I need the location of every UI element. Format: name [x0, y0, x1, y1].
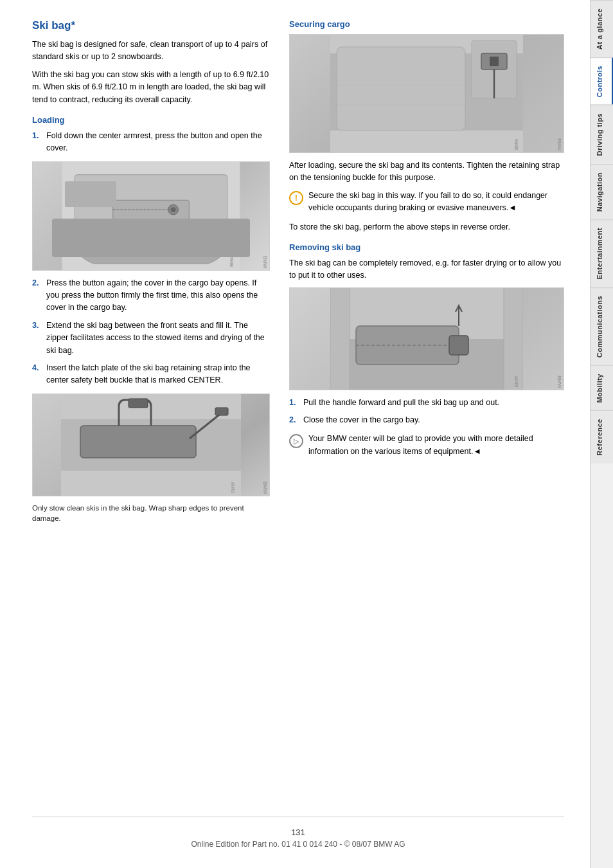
two-column-layout: Ski bag* The ski bag is designed for saf…: [32, 19, 564, 797]
svg-rect-26: [449, 336, 468, 355]
remove-step-2-num: 2.: [289, 414, 299, 426]
step-4-num: 4.: [32, 362, 42, 387]
step-1-text: Fold down the center armrest, press the …: [46, 130, 270, 155]
svg-text:BMW: BMW: [514, 139, 519, 150]
loading-subtitle: Loading: [32, 115, 270, 125]
note-icon: ▷: [289, 434, 303, 448]
svg-rect-11: [215, 408, 228, 415]
svg-text:BMW: BMW: [231, 482, 235, 493]
image-2-caption: Only stow clean skis in the ski bag. Wra…: [32, 503, 270, 524]
sidebar-tab-navigation[interactable]: Navigation: [591, 164, 614, 219]
step-3: 3. Extend the ski bag between the front …: [32, 320, 270, 357]
page-footer: 131 Online Edition for Part no. 01 41 0 …: [32, 817, 564, 849]
removing-text: The ski bag can be completely removed, e…: [289, 257, 564, 282]
store-text: To store the ski bag, perform the above …: [289, 221, 564, 233]
svg-rect-9: [80, 426, 196, 458]
svg-rect-15: [337, 47, 465, 131]
svg-rect-18: [490, 57, 499, 66]
page-title: Ski bag*: [32, 19, 270, 32]
loading-steps-2-4: 2. Press the button again; the cover in …: [32, 277, 270, 387]
step-2-num: 2.: [32, 277, 42, 314]
step-4-text: Insert the latch plate of the ski bag re…: [46, 362, 270, 387]
step-2: 2. Press the button again; the cover in …: [32, 277, 270, 314]
sidebar: At a glance Controls Driving tips Naviga…: [590, 0, 613, 868]
loading-image-1: BMW BMW: [32, 161, 270, 271]
step-3-num: 3.: [32, 320, 42, 357]
removing-image: BMW BMW: [289, 287, 564, 390]
step-3-text: Extend the ski bag between the front sea…: [46, 320, 270, 357]
step-4: 4. Insert the latch plate of the ski bag…: [32, 362, 270, 387]
remove-step-2: 2. Close the cover in the cargo bay.: [289, 414, 564, 426]
sidebar-tab-driving-tips[interactable]: Driving tips: [591, 105, 614, 164]
step-1-num: 1.: [32, 130, 42, 155]
removing-image-watermark: BMW: [556, 375, 562, 388]
note-box: ▷ Your BMW center will be glad to provid…: [289, 433, 564, 458]
step-2-text: Press the button again; the cover in the…: [46, 277, 270, 314]
svg-text:BMW: BMW: [514, 375, 519, 387]
securing-image: BMW BMW: [289, 34, 564, 153]
warning-box: ! Secure the ski bag in this way. If you…: [289, 190, 564, 215]
step-1: 1. Fold down the center armrest, press t…: [32, 130, 270, 155]
loading-image-2: BMW BMW: [32, 393, 270, 496]
loading-steps: 1. Fold down the center armrest, press t…: [32, 130, 270, 155]
warning-text: Secure the ski bag in this way. If you f…: [308, 190, 564, 215]
removing-subtitle: Removing ski bag: [289, 242, 564, 252]
sidebar-tab-reference[interactable]: Reference: [591, 410, 614, 464]
right-column: Securing cargo: [289, 19, 564, 797]
intro-paragraph-2: With the ski bag you can stow skis with …: [32, 69, 270, 106]
image-1-watermark: BMW: [262, 256, 268, 269]
note-text: Your BMW center will be glad to provide …: [308, 433, 564, 458]
remove-steps-list: 1. Pull the handle forward and pull the …: [289, 397, 564, 427]
remove-step-2-text: Close the cover in the cargo bay.: [303, 414, 420, 426]
main-content: Ski bag* The ski bag is designed for saf…: [0, 0, 590, 868]
sidebar-tab-at-a-glance[interactable]: At a glance: [591, 0, 614, 57]
svg-rect-27: [330, 287, 350, 390]
warning-icon: !: [289, 191, 303, 205]
sidebar-tab-entertainment[interactable]: Entertainment: [591, 219, 614, 287]
remove-step-1: 1. Pull the handle forward and pull the …: [289, 397, 564, 409]
intro-paragraph-1: The ski bag is designed for safe, clean …: [32, 39, 270, 64]
svg-text:BMW: BMW: [229, 255, 234, 266]
securing-subtitle: Securing cargo: [289, 19, 564, 29]
svg-rect-28: [504, 287, 523, 390]
remove-step-1-text: Pull the handle forward and pull the ski…: [303, 397, 499, 409]
sidebar-tab-communications[interactable]: Communications: [591, 287, 614, 365]
page-number: 131: [32, 827, 564, 837]
sidebar-tab-mobility[interactable]: Mobility: [591, 365, 614, 411]
remove-step-1-num: 1.: [289, 397, 299, 409]
securing-text: After loading, secure the ski bag and it…: [289, 159, 564, 185]
left-column: Ski bag* The ski bag is designed for saf…: [32, 19, 270, 797]
securing-image-watermark: BMW: [556, 138, 562, 151]
svg-rect-10: [129, 399, 148, 408]
svg-point-4: [171, 207, 176, 212]
image-2-watermark: BMW: [262, 482, 268, 494]
footer-text: Online Edition for Part no. 01 41 0 014 …: [32, 840, 564, 849]
sidebar-tab-controls[interactable]: Controls: [591, 57, 614, 105]
